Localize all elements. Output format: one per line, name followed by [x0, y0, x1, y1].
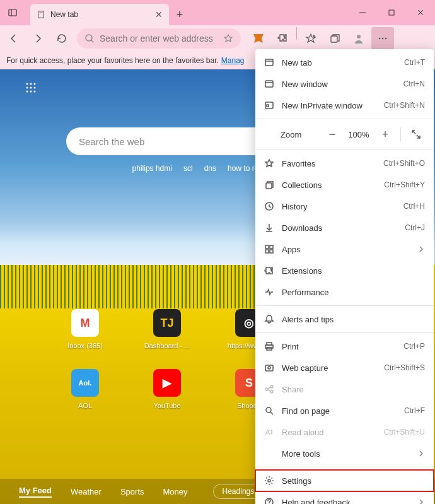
menu-label: Web capture [282, 363, 328, 373]
svg-point-23 [26, 87, 28, 89]
menu-item-history[interactable]: HistoryCtrl+H [255, 196, 434, 217]
quick-tile[interactable]: TJDashboard - ... [145, 309, 189, 349]
menu-shortcut: Ctrl+Shift+U [384, 428, 425, 437]
puzzle-icon [264, 266, 274, 276]
feed-tab-weather[interactable]: Weather [71, 487, 102, 496]
menu-item-help-and-feedback[interactable]: Help and feedback [255, 491, 434, 504]
svg-rect-2 [38, 11, 44, 18]
menu-item-favorites[interactable]: FavoritesCtrl+Shift+O [255, 153, 434, 174]
svg-point-24 [30, 87, 32, 89]
gear-icon [264, 476, 274, 486]
menu-label: Help and feedback [282, 498, 350, 505]
menu-label: Settings [282, 476, 311, 486]
menu-label: Read aloud [282, 428, 324, 437]
menu-item-collections[interactable]: CollectionsCtrl+Shift+Y [255, 174, 434, 196]
menu-item-new-window[interactable]: New windowCtrl+N [255, 73, 434, 95]
minimize-button[interactable] [348, 0, 377, 25]
svg-point-22 [34, 83, 36, 85]
svg-point-26 [26, 91, 28, 93]
svg-rect-48 [267, 348, 272, 350]
metamask-extension-icon[interactable] [247, 27, 270, 50]
capture-icon [264, 363, 274, 373]
menu-item-alerts-and-tips[interactable]: Alerts and tips [255, 308, 434, 330]
menu-item-settings[interactable]: Settings [255, 470, 434, 491]
quick-tile[interactable]: MInbox (365) [63, 309, 107, 349]
share-icon [264, 384, 274, 394]
menu-shortcut: Ctrl+H [403, 202, 425, 211]
zoom-value: 100% [346, 130, 371, 139]
svg-line-57 [270, 412, 273, 414]
star-icon [264, 158, 274, 168]
menu-shortcut: Ctrl+P [403, 342, 425, 351]
maximize-button[interactable] [377, 0, 406, 25]
new-tab-button[interactable]: + [169, 4, 190, 25]
favorites-toolbar-button[interactable] [299, 27, 322, 50]
extensions-button[interactable] [271, 27, 294, 50]
menu-item-find-on-page[interactable]: Find on pageCtrl+F [255, 400, 434, 421]
menu-item-extensions[interactable]: Extensions [255, 260, 434, 281]
menu-shortcut: Ctrl+T [404, 58, 425, 67]
feed-tab-money[interactable]: Money [163, 487, 188, 496]
heartbeat-icon [264, 287, 274, 297]
zoom-out-button[interactable]: − [323, 126, 341, 143]
menu-item-performance[interactable]: Performance [255, 281, 434, 303]
close-tab-button[interactable]: ✕ [155, 9, 163, 20]
tab-title: New tab [50, 10, 78, 19]
svg-point-52 [270, 385, 273, 388]
address-bar[interactable]: Search or enter web address [77, 28, 241, 49]
menu-label: Performance [282, 288, 328, 297]
svg-rect-5 [389, 10, 394, 15]
menu-item-share: Share [255, 378, 434, 400]
manage-favorites-link[interactable]: Manag [221, 56, 245, 65]
feed-tab-sports[interactable]: Sports [120, 487, 144, 496]
svg-text:A: A [265, 428, 270, 436]
menu-item-new-tab[interactable]: New tabCtrl+T [255, 52, 434, 73]
settings-menu-button[interactable] [371, 27, 394, 50]
quick-tile[interactable]: ▶YouTube [145, 369, 189, 409]
svg-line-54 [268, 387, 270, 389]
tile-label: Inbox (365) [67, 342, 103, 349]
zoom-in-button[interactable]: + [376, 126, 394, 143]
menu-label: Extensions [282, 266, 322, 276]
chevron-right-icon [417, 450, 425, 457]
quick-link[interactable]: philips hdmi [132, 164, 172, 173]
svg-point-56 [266, 407, 271, 413]
forward-button[interactable] [26, 27, 49, 50]
menu-item-web-capture[interactable]: Web captureCtrl+Shift+S [255, 357, 434, 378]
browser-tab[interactable]: New tab ✕ [30, 4, 169, 25]
menu-item-new-inprivate-window[interactable]: New InPrivate windowCtrl+Shift+N [255, 95, 434, 116]
menu-label: History [282, 202, 307, 211]
quick-link[interactable]: dns [204, 164, 216, 173]
svg-point-16 [357, 35, 361, 38]
menu-item-more-tools[interactable]: More tools [255, 443, 434, 464]
tile-icon: ▶ [153, 369, 181, 397]
profile-button[interactable] [347, 27, 370, 50]
svg-rect-43 [270, 245, 273, 249]
newtab-icon [264, 57, 274, 67]
tile-icon: Aol. [71, 369, 99, 397]
menu-shortcut: Ctrl+Shift+O [383, 159, 425, 168]
quick-tile[interactable]: Aol.AOL [63, 369, 107, 409]
collections-toolbar-button[interactable] [323, 27, 346, 50]
tile-icon: M [71, 309, 99, 337]
refresh-button[interactable] [50, 27, 73, 50]
menu-item-apps[interactable]: Apps [255, 238, 434, 260]
chevron-right-icon [417, 498, 425, 504]
menu-shortcut: Ctrl+F [404, 406, 425, 415]
window-controls [348, 0, 435, 25]
add-favorite-button[interactable] [223, 33, 233, 44]
fullscreen-button[interactable] [407, 126, 425, 143]
menu-item-print[interactable]: PrintCtrl+P [255, 336, 434, 357]
tab-actions-button[interactable] [0, 0, 25, 25]
svg-point-51 [265, 388, 268, 390]
menu-item-downloads[interactable]: DownloadsCtrl+J [255, 217, 434, 238]
quick-link[interactable]: scl [183, 164, 193, 173]
app-launcher-button[interactable] [25, 82, 37, 93]
close-window-button[interactable] [406, 0, 435, 25]
feed-tab-myfeed[interactable]: My Feed [19, 486, 52, 498]
back-button[interactable] [3, 27, 25, 50]
menu-label: Find on page [282, 406, 330, 416]
menu-shortcut: Ctrl+Shift+N [384, 101, 425, 110]
search-placeholder: Search the web [79, 136, 144, 147]
page-icon [37, 10, 45, 19]
